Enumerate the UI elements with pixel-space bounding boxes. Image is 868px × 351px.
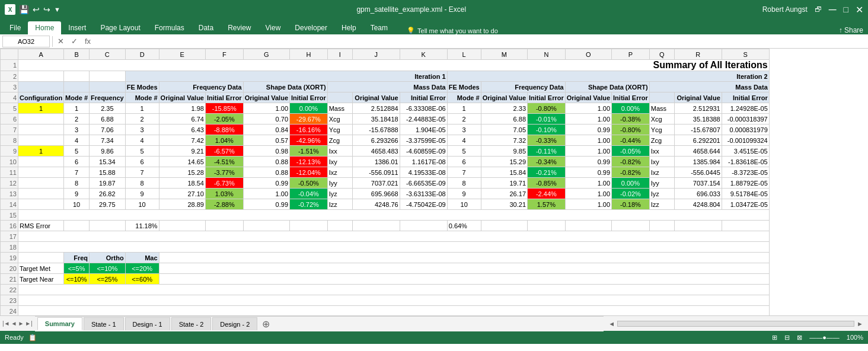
col-K[interactable]: K xyxy=(400,49,447,60)
r10-femode: 6 xyxy=(125,157,159,167)
col-N[interactable]: N xyxy=(528,49,566,60)
qat-save[interactable]: 💾 xyxy=(19,5,29,14)
col-B[interactable]: B xyxy=(64,49,90,60)
sheet-tab-state1[interactable]: State - 1 xyxy=(84,317,124,330)
cancel-icon[interactable]: ✕ xyxy=(55,37,66,46)
tab-help[interactable]: Help xyxy=(334,21,363,34)
r14-mode: 10 xyxy=(64,199,90,210)
tab-home[interactable]: Home xyxy=(28,21,61,34)
rownum-24: 24 xyxy=(1,306,18,316)
sheet-tab-state2[interactable]: State - 2 xyxy=(171,317,212,330)
r4-origmass1: Original Value xyxy=(352,92,400,103)
r8-origshape: 0.57 xyxy=(243,135,289,146)
r4-frequency: Frequency xyxy=(90,92,126,103)
r8-freq: 7.34 xyxy=(90,135,126,146)
r11-initmass2: -8.3723E-05 xyxy=(722,167,769,178)
r7-initmass: 1.904E-05 xyxy=(400,125,447,135)
sheet-next-arrow[interactable]: ► xyxy=(18,320,24,327)
col-G[interactable]: G xyxy=(243,49,289,60)
qat-customize[interactable]: ▼ xyxy=(54,6,60,13)
tab-insert[interactable]: Insert xyxy=(61,21,93,34)
tab-team[interactable]: Team xyxy=(363,21,395,34)
r10-initmass2: -1.83618E-05 xyxy=(722,157,769,167)
r8-femode2: 4 xyxy=(447,135,481,146)
restore-icon[interactable]: 🗗 xyxy=(815,5,822,14)
tab-page-layout[interactable]: Page Layout xyxy=(93,21,147,34)
col-L[interactable]: L xyxy=(447,49,481,60)
grid-container[interactable]: A B C D E F G H I J K L M N O P Q xyxy=(0,49,868,315)
r4-femodenum1: Mode # xyxy=(125,92,159,103)
col-C[interactable]: C xyxy=(90,49,126,60)
qat-redo[interactable]: ↪ xyxy=(43,5,50,14)
confirm-icon[interactable]: ✓ xyxy=(69,37,80,46)
scroll-left-btn[interactable]: ◄ xyxy=(608,320,615,327)
tab-review[interactable]: Review xyxy=(221,21,258,34)
sheet-prev-arrow[interactable]: ◄ xyxy=(11,320,17,327)
col-M[interactable]: M xyxy=(481,49,527,60)
sheet-first-arrow[interactable]: |◄ xyxy=(2,320,10,327)
r14-masslabel2: Izz xyxy=(649,199,674,210)
col-S[interactable]: S xyxy=(722,49,769,60)
rownum-23: 23 xyxy=(1,295,18,306)
tab-file[interactable]: File xyxy=(2,21,28,34)
r10-origmass: 1386.01 xyxy=(352,157,400,167)
formula-input[interactable] xyxy=(95,38,866,45)
col-O[interactable]: O xyxy=(565,49,611,60)
r16-g xyxy=(243,221,289,231)
r2-a xyxy=(18,71,64,82)
col-Q[interactable]: Q xyxy=(649,49,674,60)
r9-origmass: 4658.483 xyxy=(352,146,400,157)
col-E[interactable]: E xyxy=(159,49,205,60)
r8-origfreq2: 7.32 xyxy=(481,135,527,146)
sheet-scroll-arrows[interactable]: |◄ ◄ ► ►| xyxy=(0,320,35,327)
col-F[interactable]: F xyxy=(205,49,243,60)
tell-me-text[interactable]: Tell me what you want to do xyxy=(417,27,498,34)
r5-femode2: 1 xyxy=(447,103,481,114)
insert-function-icon[interactable]: fx xyxy=(82,37,93,46)
r9-mode: 5 xyxy=(64,146,90,157)
r16-b xyxy=(64,221,90,231)
r13-initfreq2: -2.44% xyxy=(528,189,566,199)
r11-origshape2: 0.99 xyxy=(565,167,611,178)
name-box[interactable] xyxy=(2,36,50,47)
r3-freqdata2: Frequency Data xyxy=(481,82,565,92)
r6-initmass2: -0.000318397 xyxy=(722,114,769,125)
r4-origfreq2: Original Value xyxy=(481,92,527,103)
col-I[interactable]: I xyxy=(327,49,352,60)
view-normal-icon[interactable]: ⊞ xyxy=(772,334,777,342)
qat-undo[interactable]: ↩ xyxy=(33,5,40,14)
close-button[interactable]: ✕ xyxy=(856,4,863,15)
sheet-last-arrow[interactable]: ►| xyxy=(25,320,33,327)
tab-data[interactable]: Data xyxy=(192,21,221,34)
r6-origshape: 0.70 xyxy=(243,114,289,125)
col-D[interactable]: D xyxy=(125,49,159,60)
col-J[interactable]: J xyxy=(352,49,400,60)
r11-femode: 7 xyxy=(125,167,159,178)
col-R[interactable]: R xyxy=(674,49,722,60)
scroll-right-btn[interactable]: ► xyxy=(857,320,863,327)
view-page-break-icon[interactable]: ⊠ xyxy=(797,334,802,342)
add-sheet-button[interactable]: ⊕ xyxy=(259,318,273,330)
r12-initmass2: 1.88792E-05 xyxy=(722,178,769,189)
ready-label: Ready xyxy=(5,334,24,341)
minimize-button[interactable]: ─ xyxy=(829,4,837,16)
sheet-tab-design2[interactable]: Design - 2 xyxy=(212,317,257,330)
tab-developer[interactable]: Developer xyxy=(288,21,334,34)
r8-initshape2: -0.44% xyxy=(612,135,650,146)
col-P[interactable]: P xyxy=(612,49,650,60)
zoom-slider[interactable]: ——●—— xyxy=(809,334,840,341)
sheet-tab-summary[interactable]: Summary xyxy=(37,317,82,330)
col-A[interactable]: A xyxy=(18,49,64,60)
view-layout-icon[interactable]: ⊟ xyxy=(784,334,790,342)
r9-origmass2: 4658.644 xyxy=(674,146,722,157)
r5-masslabel: Mass xyxy=(327,103,352,114)
sheet-tab-design1[interactable]: Design - 1 xyxy=(125,317,170,330)
r5-origmass2: 2.512931 xyxy=(674,103,722,114)
col-H[interactable]: H xyxy=(290,49,328,60)
tab-view[interactable]: View xyxy=(259,21,288,34)
tab-formulas[interactable]: Formulas xyxy=(148,21,192,34)
share-button[interactable]: ↑ Share xyxy=(839,26,863,34)
col-header-row: A B C D E F G H I J K L M N O P Q xyxy=(1,49,770,60)
maximize-button[interactable]: □ xyxy=(844,5,848,14)
rownum-15: 15 xyxy=(1,210,18,221)
